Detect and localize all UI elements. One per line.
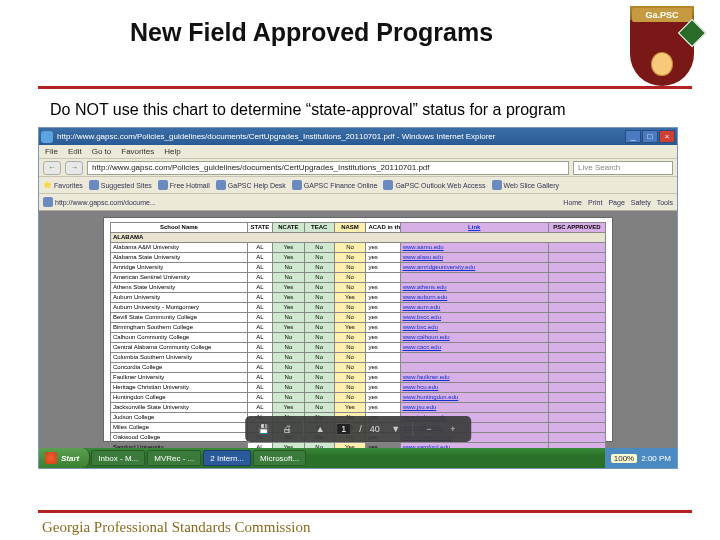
school-name-cell: Birmingham Southern College: [111, 323, 248, 333]
menu-edit[interactable]: Edit: [68, 147, 82, 156]
data-cell: No: [304, 443, 334, 449]
state-name: ALABAMA: [111, 233, 606, 243]
tool-tools[interactable]: Tools: [657, 199, 673, 206]
browser-tab[interactable]: http://www.gapsc.com/docume...: [43, 197, 156, 207]
link-cell[interactable]: www.samford.edu: [400, 443, 548, 449]
pdf-zoom-in-button[interactable]: +: [445, 421, 461, 437]
data-cell: AL: [247, 313, 272, 323]
taskbar-item-active[interactable]: 2 Intern...: [203, 450, 251, 466]
pdf-viewport[interactable]: School NameSTATENCATETEACNASMACAD in the…: [39, 211, 677, 448]
fav-helpdesk[interactable]: GaPSC Help Desk: [216, 180, 286, 190]
institutions-table: School NameSTATENCATETEACNASMACAD in the…: [110, 222, 606, 448]
tab-label: http://www.gapsc.com/docume...: [55, 199, 156, 206]
pdf-page: School NameSTATENCATETEACNASMACAD in the…: [103, 217, 613, 442]
link-cell[interactable]: www.aum.edu: [400, 303, 548, 313]
data-cell: yes: [366, 323, 400, 333]
link-cell[interactable]: www.amridgeuniversity.edu: [400, 263, 548, 273]
slide: New Field Approved Programs Ga.PSC Do NO…: [0, 0, 720, 540]
column-header: School Name: [111, 223, 248, 233]
address-input[interactable]: http://www.gapsc.com/Policies_guidelines…: [87, 161, 569, 175]
back-button[interactable]: ←: [43, 161, 61, 175]
link-cell[interactable]: www.auburn.edu: [400, 293, 548, 303]
tool-page[interactable]: Page: [608, 199, 624, 206]
pdf-print-button[interactable]: 🖨: [279, 421, 295, 437]
data-cell: No: [334, 283, 366, 293]
start-button[interactable]: Start: [39, 448, 90, 468]
link-cell[interactable]: www.hcu.edu: [400, 383, 548, 393]
school-name-cell: Miles College: [111, 423, 248, 433]
data-cell: No: [272, 373, 304, 383]
taskbar-item[interactable]: Inbox - M...: [91, 450, 145, 466]
data-cell: No: [304, 263, 334, 273]
link-cell[interactable]: www.alasu.edu: [400, 253, 548, 263]
link-cell[interactable]: www.jsu.edu: [400, 403, 548, 413]
data-cell: AL: [247, 363, 272, 373]
tool-home[interactable]: Home: [563, 199, 582, 206]
taskbar-item[interactable]: Microsoft...: [253, 450, 306, 466]
school-name-cell: Alabama A&M University: [111, 243, 248, 253]
pdf-save-button[interactable]: 💾: [255, 421, 271, 437]
tool-safety[interactable]: Safety: [631, 199, 651, 206]
data-cell: No: [304, 363, 334, 373]
data-cell: yes: [366, 283, 400, 293]
pdf-prev-page-button[interactable]: ▲: [312, 421, 328, 437]
fav-suggested[interactable]: Suggested Sites: [89, 180, 152, 190]
link-cell[interactable]: www.calhoun.edu: [400, 333, 548, 343]
menu-goto[interactable]: Go to: [92, 147, 112, 156]
link-cell[interactable]: www.faulkner.edu: [400, 373, 548, 383]
link-cell[interactable]: www.aamu.edu: [400, 243, 548, 253]
link-cell[interactable]: www.huntingdon.edu: [400, 393, 548, 403]
system-tray: 100% 2:00 PM: [605, 448, 677, 468]
tool-print[interactable]: Print: [588, 199, 602, 206]
fav-owa[interactable]: GaPSC Outlook Web Access: [383, 180, 485, 190]
link-cell[interactable]: www.cacc.edu: [400, 343, 548, 353]
menu-file[interactable]: File: [45, 147, 58, 156]
data-cell: No: [304, 243, 334, 253]
table-row: American Sentinel UniversityALNoNoNo: [111, 273, 606, 283]
link-cell[interactable]: www.bscc.edu: [400, 313, 548, 323]
link-cell[interactable]: www.athens.edu: [400, 283, 548, 293]
zoom-indicator[interactable]: 100%: [611, 454, 637, 463]
data-cell: yes: [366, 303, 400, 313]
school-name-cell: Faulkner University: [111, 373, 248, 383]
data-cell: No: [334, 363, 366, 373]
menu-help[interactable]: Help: [164, 147, 180, 156]
data-cell: No: [304, 313, 334, 323]
task-label: MVRec - ...: [154, 454, 194, 463]
column-header: STATE: [247, 223, 272, 233]
fav-label: GaPSC Outlook Web Access: [395, 182, 485, 189]
pdf-next-page-button[interactable]: ▼: [388, 421, 404, 437]
menu-favorites[interactable]: Favorites: [121, 147, 154, 156]
divider: [303, 421, 304, 437]
minimize-button[interactable]: _: [625, 130, 641, 143]
favorites-button[interactable]: ⭐ Favorites: [43, 181, 83, 189]
pdf-page-input[interactable]: 1: [336, 423, 351, 435]
state-header-row: ALABAMA: [111, 233, 606, 243]
data-cell: yes: [366, 243, 400, 253]
data-cell: [548, 373, 605, 383]
forward-button[interactable]: →: [65, 161, 83, 175]
fav-webslice[interactable]: Web Slice Gallery: [492, 180, 560, 190]
search-input[interactable]: Live Search: [573, 161, 673, 175]
column-header: Link: [400, 223, 548, 233]
column-header: NCATE: [272, 223, 304, 233]
school-name-cell: Columbia Southern University: [111, 353, 248, 363]
data-cell: [548, 283, 605, 293]
table-row: Columbia Southern UniversityALNoNoNo: [111, 353, 606, 363]
data-cell: No: [334, 333, 366, 343]
data-cell: [548, 343, 605, 353]
fav-finance[interactable]: GAPSC Finance Online: [292, 180, 378, 190]
school-name-cell: Concordia College: [111, 363, 248, 373]
pdf-zoom-out-button[interactable]: −: [421, 421, 437, 437]
data-cell: AL: [247, 253, 272, 263]
close-button[interactable]: ×: [659, 130, 675, 143]
link-cell[interactable]: www.bsc.edu: [400, 323, 548, 333]
pdf-page-total: 40: [370, 424, 380, 434]
fav-hotmail[interactable]: Free Hotmail: [158, 180, 210, 190]
data-cell: [548, 293, 605, 303]
data-cell: [548, 253, 605, 263]
data-cell: No: [334, 313, 366, 323]
ie-icon: [41, 131, 53, 143]
maximize-button[interactable]: □: [642, 130, 658, 143]
taskbar-item[interactable]: MVRec - ...: [147, 450, 201, 466]
